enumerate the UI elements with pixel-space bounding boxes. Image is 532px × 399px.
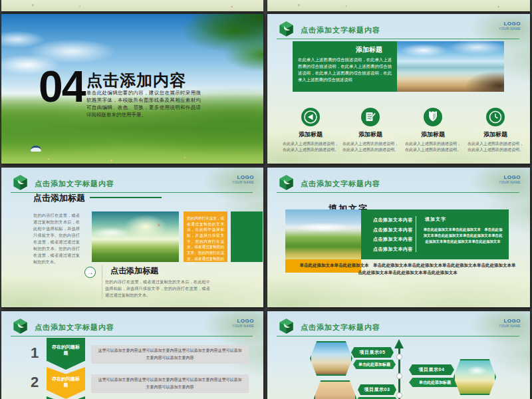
cube-logo-icon <box>11 317 29 335</box>
logo-subtext: YOUR NAME <box>499 27 521 31</box>
header-underline <box>11 336 253 336</box>
timeline-item-label: 项目展示04 <box>409 364 454 375</box>
hexagon-photo-bridge <box>314 380 356 399</box>
column-title: 添加标题 <box>404 130 462 139</box>
balloon-field-photo <box>92 211 179 262</box>
timeline-item-subtitle: 单击此处添加标题 <box>409 378 461 387</box>
logo-subtext: YOUR NAME <box>232 181 254 185</box>
cube-logo-icon <box>277 20 295 38</box>
section-number: 04 <box>39 65 84 108</box>
row-number: 2 <box>31 374 39 391</box>
logo-text: LOGO <box>499 21 521 27</box>
bottom-heading: 点击添加标题 <box>110 265 158 277</box>
cube-logo-icon <box>277 317 295 335</box>
row-text-bar: 这里可以添加主要内容这里可以添加主要内容这里可以添加主要内容这里可以添加主要内容… <box>91 374 249 393</box>
icon-column-3: 添加标题 在此录入上述图表的描述说明，在此录入上述图表的描述说明。 <box>404 107 462 153</box>
clock-icon <box>485 107 505 127</box>
panel-heading: 填加文字 <box>425 216 446 223</box>
column-desc: 在此录入上述图表的描述说明，在此录入上述图表的描述说明。 <box>404 141 462 153</box>
logo: LOGO YOUR NAME <box>499 319 521 328</box>
list-item: 点击添加文本内容 <box>373 215 413 225</box>
column-title: 添加标题 <box>466 130 525 139</box>
logo-text: LOGO <box>232 175 254 181</box>
timeline-item-subtitle: 单击此处添加标题 <box>353 360 396 369</box>
header-title: 点击添加文字标题内容 <box>35 179 114 189</box>
chevron-label: 存在的问题标题 <box>50 367 82 388</box>
content-heading: 点击添加标题 <box>33 192 85 204</box>
green-chevron-banner: 存在的问题标题 <box>47 338 85 370</box>
panel-paragraph: 单击此处添加文本单击此处添加文本 单击此处添加文本单击此处添加文本单击此处添加文… <box>422 227 503 245</box>
header-underline <box>277 192 519 193</box>
icon-column-1: 添加标题 在此录入上述图表的描述说明，在此录入上述图表的描述说明。 <box>281 107 340 153</box>
logo-text: LOGO <box>499 175 521 181</box>
edit-icon <box>360 107 380 127</box>
header-title: 点击添加文字标题内容 <box>301 179 380 189</box>
header-underline <box>277 39 519 39</box>
column-desc: 在此录入上述图表的描述说明，在此录入上述图表的描述说明。 <box>281 141 340 153</box>
logo-subtext: YOUR NAME <box>232 325 254 329</box>
beach-photo <box>397 41 504 92</box>
arrow-circle-icon: → <box>84 267 96 278</box>
header-underline <box>277 336 519 336</box>
slide-thumbnail-section-04[interactable]: 04 点击添加内容 单击此处编辑您要的内容，建议您在展示时采用微软雅黑字体，本模… <box>1 14 263 164</box>
prev-slide-bottom-right[interactable] <box>267 0 530 11</box>
field-mountain-photo <box>285 209 361 259</box>
timeline-node <box>396 373 402 379</box>
timeline-node <box>396 392 402 398</box>
orange-text-box: 您的内容打在这里，或者通过复制您的文本后，在此框中选择粘贴，并选择只保留文字。您… <box>184 211 227 262</box>
hexagon-photo-sky <box>454 359 496 395</box>
cube-logo-icon <box>277 174 295 192</box>
list-item: 点击添加文本内容 <box>373 235 413 245</box>
header-title: 点击添加文字标题内容 <box>301 323 380 332</box>
play-icon <box>301 107 321 127</box>
green-description-panel: 添加标题 在此录入上述图表的综合描述说明，在此录入上述图表的综合描述说明，在此录… <box>293 41 397 92</box>
logo-subtext: YOUR NAME <box>499 181 521 185</box>
hexagon-photo-beach <box>310 341 352 376</box>
list-item: 点击添加文本内容 <box>373 245 413 255</box>
slide-thumbnail-project-timeline[interactable]: 点击添加文字标题内容 LOGO YOUR NAME 项目展示05 单击此处添加标… <box>267 311 530 399</box>
logo: LOGO YOUR NAME <box>232 175 254 184</box>
header-title: 点击添加文字标题内容 <box>35 323 114 332</box>
slide-thumbnail-problem-list[interactable]: 点击添加文字标题内容 LOGO YOUR NAME 1 存在的问题标题 这里可以… <box>1 311 263 399</box>
row-number: 1 <box>31 344 39 362</box>
slide-thumbnail-green-panel[interactable]: 点击添加文字标题内容 LOGO YOUR NAME 填加文字 点击添加文本内容 … <box>267 168 530 307</box>
panel-body: 在此录入上述图表的综合描述说明，在此录入上述图表的综合描述说明，在此录入上述图表… <box>298 57 392 83</box>
logo-subtext: YOUR NAME <box>499 325 521 329</box>
yurt-graphic <box>31 146 41 152</box>
left-paragraph: 您的内容打在这里，或者通过复制您的文本后，在此框中选择粘贴，并选择只保留文字。您… <box>33 212 80 265</box>
slide-thumbnail-icon-columns[interactable]: 点击添加文字标题内容 LOGO YOUR NAME 添加标题 在此录入上述图表的… <box>267 14 530 164</box>
list-item: 点击添加文本内容 <box>373 225 413 235</box>
column-title: 添加标题 <box>341 130 400 139</box>
chevron-label: 存在的问题标题 <box>50 338 82 356</box>
column-desc: 在此录入上述图表的描述说明，在此录入上述图表的描述说明。 <box>341 141 400 153</box>
section-body-text: 单击此处编辑您要的内容，建议您在展示时采用微软雅黑字体，本模版所有图形线条及其相… <box>86 90 201 119</box>
bottom-paragraph: 您的内容打在这里，或者通过复制您的文本后，在此框中选择粘贴，并选择只保留文字，您… <box>105 279 210 299</box>
shield-icon <box>423 107 443 127</box>
cube-logo-icon <box>11 174 29 192</box>
logo: LOGO YOUR NAME <box>499 175 521 184</box>
column-title: 添加标题 <box>281 130 340 139</box>
green-accent-box <box>231 211 263 262</box>
logo: LOGO YOUR NAME <box>499 21 521 31</box>
bottom-paragraph: 单击此处添加文本单击此处添加文本 单击此处添加文本单击此处添加文本单击此处添加文… <box>299 262 516 276</box>
header-title: 点击添加文字标题内容 <box>301 25 380 35</box>
icon-column-4: 添加标题 在此录入上述图表的描述说明，在此录入上述图表的描述说明。 <box>466 107 525 153</box>
yellow-chevron-banner: 存在的问题标题 <box>47 367 85 399</box>
green-content-panel: 点击添加文本内容 点击添加文本内容 点击添加文本内容 点击添加文本内容 填加文字… <box>361 209 509 259</box>
logo-text: LOGO <box>499 319 521 325</box>
panel-divider <box>416 216 416 252</box>
timeline-item-label: 项目展示03 <box>358 384 396 395</box>
logo: LOGO YOUR NAME <box>232 319 254 328</box>
heading-rule <box>90 197 162 198</box>
logo-text: LOGO <box>232 319 254 325</box>
column-desc: 在此录入上述图表的描述说明，在此录入上述图表的描述说明。 <box>466 141 525 153</box>
row-text-bar: 这里可以添加主要内容这里可以添加主要内容这里可以添加主要内容这里可以添加主要内容… <box>91 345 249 364</box>
prev-slide-bottom-left[interactable] <box>1 0 263 11</box>
bullet-list: 点击添加文本内容 点击添加文本内容 点击添加文本内容 点击添加文本内容 <box>373 215 413 254</box>
section-title: 点击添加内容 <box>86 70 186 91</box>
panel-title: 添加标题 <box>298 45 392 55</box>
timeline-arrowhead-icon <box>394 339 404 348</box>
timeline-node <box>396 354 402 360</box>
slide-thumbnail-text-photo[interactable]: 点击添加文字标题内容 LOGO YOUR NAME 点击添加标题 您的内容打在这… <box>1 168 263 307</box>
vertical-divider <box>102 265 102 299</box>
